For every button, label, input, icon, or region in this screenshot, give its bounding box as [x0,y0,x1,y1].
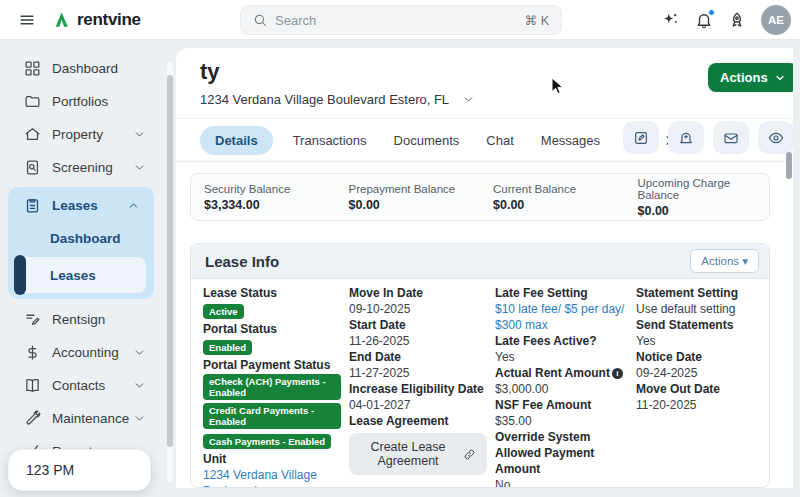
sidebar-item-property[interactable]: Property [0,118,176,151]
field-value-increase-eligibility-date: 04-01-2027 [349,397,487,413]
create-lease-agreement-label: Create Lease Agreement [360,440,456,468]
chevron-down [131,128,148,141]
page-subtitle[interactable]: 1234 Verdana Village Boulevard Estero, F… [200,92,475,107]
badge-row: eCheck (ACH) Payments - Enabled [203,373,341,402]
sidebar-item-maintenance[interactable]: Maintenance [0,402,176,435]
sidebar-item-portfolios[interactable]: Portfolios [0,85,176,118]
search-box[interactable]: ⌘ K [240,5,562,35]
lease-info-card: Lease Info Actions ▾ Lease StatusActiveP… [190,243,770,488]
field-label-statement-setting: Statement Setting [636,285,749,301]
contacts-icon [24,377,41,394]
bell-plus-button[interactable] [668,121,704,154]
maintenance-icon [24,410,41,427]
avatar[interactable]: AE [761,5,791,35]
field-label-portal-status: Portal Status [203,321,341,337]
status-badge: Active [203,304,244,319]
chevron-down [131,346,148,359]
balance-label: Current Balance [493,183,625,195]
field-label-end-date: End Date [349,349,487,365]
chevron-down-icon[interactable] [462,93,475,106]
tab-details[interactable]: Details [200,126,273,155]
page-title: ty [200,59,220,85]
sidebar-item-accounting[interactable]: Accounting [0,336,176,369]
bell-icon[interactable] [695,11,713,29]
quick-actions [623,121,793,154]
status-badge: eCheck (ACH) Payments - Enabled [203,374,341,400]
chevron-down [131,161,148,174]
brand-logo[interactable]: rentvine [52,10,141,30]
lease-info-column-3: Late Fee Setting$10 late fee/ $5 per day… [495,285,636,482]
field-label-nsf-fee-amount: NSF Fee Amount [495,397,628,413]
tab-transactions[interactable]: Transactions [293,133,367,148]
chevron-down [131,412,148,425]
sparkle-ai-icon[interactable] [662,11,680,29]
field-label-increase-eligibility-date: Increase Eligibility Date [349,381,487,397]
sidebar-item-label: Maintenance [52,411,131,426]
sidebar-item-label: Contacts [52,378,131,393]
tab-chat[interactable]: Chat [486,133,513,148]
status-badge: Enabled [203,340,252,355]
topbar-right: AE [662,0,791,40]
lease-info-column-2: Move In Date09-10-2025Start Date11-26-20… [349,285,495,482]
dashboard-icon [24,60,41,77]
sidebar-item-label: Leases [52,198,125,213]
search-icon [253,13,267,27]
field-label-portal-payment-status: Portal Payment Status [203,357,341,373]
search-input[interactable] [275,13,525,28]
balance-label: Upcoming Charge Balance [638,177,770,201]
eye-button[interactable] [758,121,793,154]
field-value-move-out-date: 11-20-2025 [636,397,749,413]
page-actions-button[interactable]: Actions [708,63,793,92]
active-indicator-bar [14,255,26,295]
sidebar-subitem-dashboard[interactable]: Dashboard [8,222,154,255]
field-label-override-system-allowed-payment-amount: Override System Allowed Payment Amount [495,429,628,477]
sidebar-scrollbar-thumb[interactable] [167,75,173,447]
balance-value: $0.00 [493,198,625,212]
sidebar-item-dashboard[interactable]: Dashboard [0,52,176,85]
field-link-late-fee-setting[interactable]: $10 late fee/ $5 per day/ $300 max [495,301,628,333]
portfolios-icon [24,93,41,110]
page-subtitle-text: 1234 Verdana Village Boulevard Estero, F… [200,92,449,107]
rentsign-icon [24,311,41,328]
sidebar-item-label: Rentsign [52,312,176,327]
tab-documents[interactable]: Documents [394,133,460,148]
sidebar-subitem-leases[interactable]: Leases [16,257,146,293]
sidebar-item-rentsign[interactable]: Rentsign [0,303,176,336]
badge-row: Active [203,301,341,321]
field-label-move-in-date: Move In Date [349,285,487,301]
field-value-start-date: 11-26-2025 [349,333,487,349]
hamburger-menu-icon[interactable] [18,11,36,29]
lease-info-title: Lease Info [205,253,279,270]
edit-note-button[interactable] [623,121,659,154]
field-label-lease-status: Lease Status [203,285,341,301]
sidebar-nav: DashboardPortfoliosPropertyScreeningLeas… [0,52,176,468]
create-lease-agreement-button[interactable]: Create Lease Agreement [349,433,487,475]
envelope-button[interactable] [713,121,749,154]
lease-info-actions-button[interactable]: Actions ▾ [690,249,759,273]
page-scrollbar-thumb[interactable] [786,152,792,179]
rocket-icon[interactable] [728,11,746,29]
balance-label: Prepayment Balance [349,183,481,195]
info-icon[interactable]: i [612,368,623,379]
sidebar-item-leases[interactable]: Leases [8,189,154,222]
toast[interactable]: 123 PM [8,449,151,491]
leases-icon [24,197,41,214]
sidebar-item-contacts[interactable]: Contacts [0,369,176,402]
field-value-statement-setting: Use default setting [636,301,749,317]
sidebar-subitem-label: Dashboard [50,231,121,246]
field-value-send-statements: Yes [636,333,749,349]
field-value-late-fees-active: Yes [495,349,628,365]
field-label-move-out-date: Move Out Date [636,381,749,397]
field-label-start-date: Start Date [349,317,487,333]
screening-icon [24,159,41,176]
main-content: ty 1234 Verdana Village Boulevard Estero… [176,48,793,488]
tab-messages[interactable]: Messages [541,133,600,148]
sidebar-item-screening[interactable]: Screening [0,151,176,184]
lease-info-column-4: Statement SettingUse default settingSend… [636,285,757,482]
badge-row: Credit Card Payments - Enabled [203,402,341,431]
topbar: rentvine ⌘ K AE [0,0,800,40]
field-label-send-statements: Send Statements [636,317,749,333]
field-link-unit[interactable]: 1234 Verdana Village Boulevard [203,467,341,488]
field-value-override-system-allowed-payment-amount: No [495,477,628,488]
lease-info-body: Lease StatusActivePortal StatusEnabledPo… [191,279,769,488]
